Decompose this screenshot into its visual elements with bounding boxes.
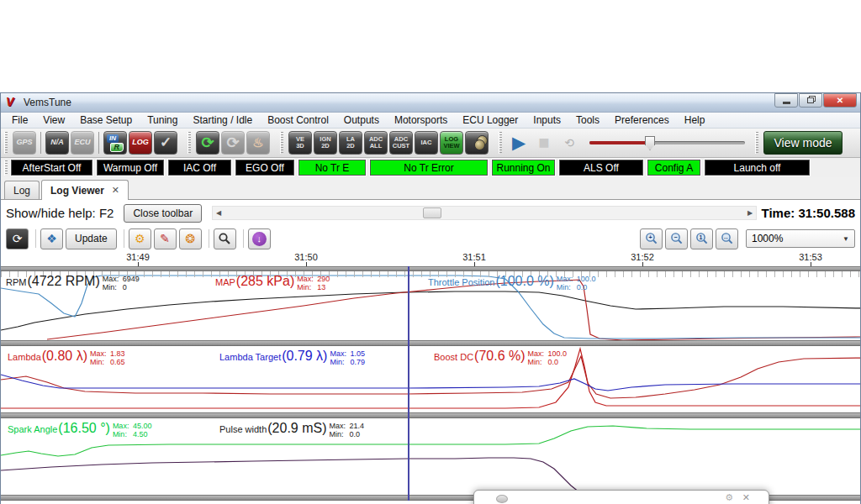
zoom-100-button[interactable]: 1: [690, 228, 713, 249]
signal-value: (4722 RPM): [27, 274, 99, 289]
chart-panel-1[interactable]: RPM(4722 RPM)Max:6949Min:0MAP(285 kPa)Ma…: [1, 271, 860, 340]
log-position-scrollbar[interactable]: ◀ ▶: [212, 206, 757, 220]
signal-readout-map: MAP(285 kPa)Max:290Min:13: [215, 274, 330, 291]
menu-boost-control[interactable]: Boost Control: [260, 113, 336, 128]
time-tick-label: 31:52: [631, 252, 654, 262]
minimize-button[interactable]: [774, 93, 798, 108]
drag-handle[interactable]: [4, 160, 8, 176]
gear-icon[interactable]: ⚙: [129, 228, 151, 249]
menu-motorsports[interactable]: Motorsports: [387, 113, 455, 128]
signal-traces: [1, 346, 860, 412]
svg-text:+: +: [648, 234, 652, 240]
help-row: Show/hide help: F2 Close toolbar ◀ ▶ Tim…: [1, 200, 860, 226]
popup-icon: [496, 495, 508, 503]
signal-value: (100.0 %): [495, 274, 553, 289]
zoom-in-button[interactable]: +: [640, 228, 663, 249]
refresh-button[interactable]: ⟳: [6, 228, 29, 249]
signal-min: Min:0.0: [528, 358, 568, 366]
panel-splitter[interactable]: [1, 412, 860, 418]
panel-splitter[interactable]: [1, 340, 860, 346]
scrollbar-thumb[interactable]: [423, 207, 441, 218]
iac-button[interactable]: IAC: [415, 131, 438, 155]
drag-handle[interactable]: [188, 132, 191, 154]
drag-handle[interactable]: [4, 132, 8, 154]
drag-handle[interactable]: [280, 132, 283, 154]
drag-handle[interactable]: [499, 132, 502, 154]
scroll-right-icon[interactable]: ▶: [744, 207, 756, 219]
stop-icon[interactable]: ■: [532, 131, 556, 155]
menu-ecu-logger[interactable]: ECU Logger: [455, 113, 526, 128]
toolbar-group-5: View mode: [753, 131, 843, 155]
na-button[interactable]: N/A: [45, 131, 69, 155]
in-r-log-button[interactable]: INR: [103, 131, 127, 155]
menu-tuning[interactable]: Tuning: [140, 113, 185, 128]
play-icon[interactable]: ▶: [507, 131, 531, 155]
trace-rpm: [1, 291, 860, 330]
status-lamp-running-on: Running On: [492, 160, 555, 176]
ve-3d-button[interactable]: VE 3D: [288, 131, 312, 155]
signal-readout-throttle-position: Throttle Position(100.0 %)Max:100.0Min:0…: [428, 274, 595, 291]
log-view-button[interactable]: LOG VIEW: [440, 131, 463, 155]
popup-close-icon[interactable]: ✕: [742, 492, 750, 503]
trace-lambda-target: [1, 375, 860, 391]
menu-base-setup[interactable]: Base Setup: [72, 113, 140, 128]
svg-text:1: 1: [699, 234, 702, 240]
playback-slider[interactable]: [589, 134, 745, 151]
tab-log[interactable]: Log: [4, 181, 40, 199]
menu-help[interactable]: Help: [677, 113, 713, 128]
signal-max-min: Max:290Min:13: [297, 274, 330, 291]
chart-area[interactable]: RPM(4722 RPM)Max:6949Min:0MAP(285 kPa)Ma…: [1, 266, 860, 501]
zoom-fit-button[interactable]: ↔: [716, 228, 738, 249]
adc-cust-button[interactable]: ADC CUST: [389, 131, 413, 155]
chart-panel-3[interactable]: Spark Angle (16.50 °)Max:45.00Min:4.50Pu…: [1, 418, 860, 495]
drag-handle[interactable]: [755, 132, 758, 154]
time-cursor-line: [408, 266, 409, 501]
scroll-left-icon[interactable]: ◀: [213, 207, 224, 219]
log-button[interactable]: LOG: [129, 131, 152, 155]
popup-gear-icon[interactable]: ⚙: [725, 492, 733, 503]
zoom-level-select[interactable]: 1000%▼: [746, 229, 855, 248]
signal-name: Throttle Position: [428, 274, 494, 287]
view-mode-button[interactable]: View mode: [763, 131, 843, 155]
close-button[interactable]: ✕: [823, 93, 857, 108]
signal-value: (0.80 λ): [42, 349, 87, 364]
slider-thumb[interactable]: [645, 136, 655, 150]
signal-readout-pulse-width: Pulse width(20.9 mS)Max:21.4Min:0.0: [219, 421, 364, 438]
palette-icon[interactable]: ❂: [179, 228, 202, 249]
menu-tools[interactable]: Tools: [568, 113, 607, 128]
close-toolbar-button[interactable]: Close toolbar: [124, 204, 202, 223]
restore-button[interactable]: [799, 93, 822, 108]
status-lamp-als-off: ALS Off: [559, 160, 643, 176]
gauge-button[interactable]: [465, 131, 489, 155]
menu-outputs[interactable]: Outputs: [336, 113, 387, 128]
signal-max-min: Max:45.00Min:4.50: [113, 421, 152, 438]
time-value: 31:50.588: [798, 206, 855, 220]
adc-all-button[interactable]: ADC ALL: [364, 131, 388, 155]
tab-close-icon[interactable]: ✕: [112, 185, 119, 196]
toolbar-separator: [35, 229, 36, 248]
reload-disabled-button-glyph: ⟳: [226, 135, 239, 151]
reload-button[interactable]: ⟳: [196, 131, 219, 155]
ign-2d-button[interactable]: IGN 2D: [314, 131, 337, 155]
menu-starting-idle[interactable]: Starting / Idle: [185, 113, 260, 128]
compare-button[interactable]: ❖: [40, 228, 63, 249]
update-button[interactable]: Update: [66, 228, 117, 249]
chevron-down-icon: ▼: [843, 235, 849, 243]
signal-readout-rpm: RPM(4722 RPM)Max:6949Min:0: [6, 274, 140, 291]
la-2d-button[interactable]: LA 2D: [339, 131, 362, 155]
zoom-level-value: 1000%: [752, 233, 783, 244]
window-title: VemsTune: [24, 97, 71, 108]
chart-panel-2[interactable]: Lambda(0.80 λ)Max:1.83Min:0.65Lambda Tar…: [1, 346, 860, 412]
menu-file[interactable]: File: [4, 113, 35, 128]
loop-icon[interactable]: ⟲: [557, 131, 581, 155]
download-icon[interactable]: ↓: [248, 228, 271, 249]
validate-button[interactable]: ✓: [154, 131, 177, 155]
search-icon[interactable]: [214, 228, 236, 249]
notification-popup[interactable]: ⚙ ✕: [473, 490, 769, 504]
menu-view[interactable]: View: [35, 113, 72, 128]
menu-preferences[interactable]: Preferences: [607, 113, 677, 128]
zoom-out-button[interactable]: −: [665, 228, 688, 249]
menu-inputs[interactable]: Inputs: [526, 113, 568, 128]
edit-chart-icon[interactable]: ✎: [154, 228, 177, 249]
tab-log-viewer[interactable]: Log Viewer✕: [41, 180, 129, 200]
